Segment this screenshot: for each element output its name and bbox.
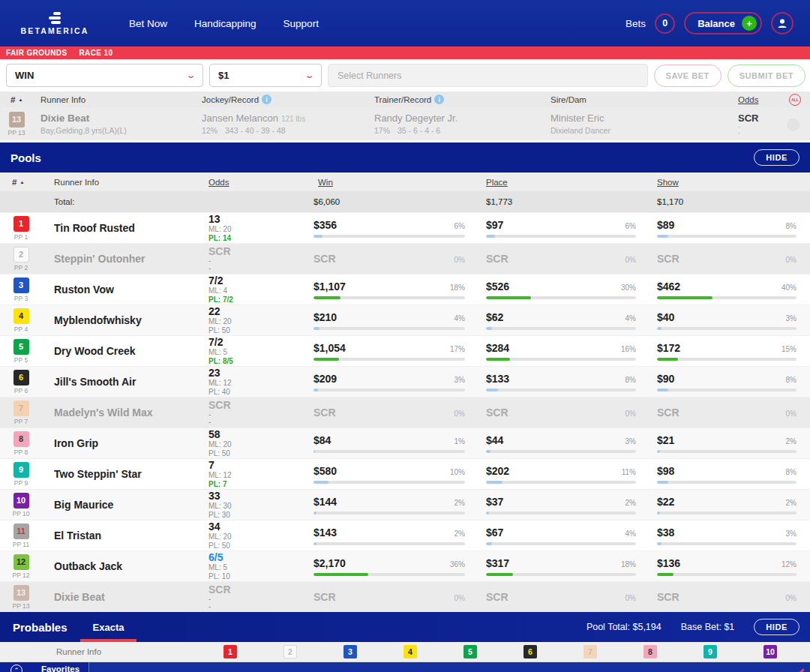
tab-probables[interactable]: Probables bbox=[0, 612, 80, 642]
nav-link-bet-now[interactable]: Bet Now bbox=[129, 18, 167, 29]
show-bar bbox=[657, 542, 796, 545]
show-pool-cell: $17215% bbox=[650, 342, 810, 361]
strip-runner-badge-9[interactable]: 9 bbox=[704, 645, 717, 658]
runner-name: Dixie Beat bbox=[54, 591, 105, 603]
pools-table-row[interactable]: 3 PP 3 Ruston Vow 7/2 ML: 4 PL: 7/2 $1,1… bbox=[0, 274, 810, 304]
strip-runner-badge-5[interactable]: 5 bbox=[464, 645, 477, 658]
place-amount: SCR bbox=[486, 406, 508, 418]
pools-table-row[interactable]: 7 PP 7 Madelyn's Wild Max SCR - - SCR0% … bbox=[0, 397, 810, 428]
place-amount: $37 bbox=[486, 496, 503, 508]
place-amount: $284 bbox=[486, 342, 509, 354]
pools-table-row[interactable]: 6 PP 6 Jill's Smooth Air 23 ML: 12 PL: 4… bbox=[0, 366, 810, 397]
win-amount: $143 bbox=[314, 526, 337, 538]
show-percent: 0% bbox=[786, 256, 796, 264]
runner-name: Myblendofwhisky bbox=[54, 314, 142, 326]
show-amount: $90 bbox=[657, 373, 674, 385]
hide-button[interactable]: HIDE bbox=[754, 619, 800, 635]
post-position-label: PP 10 bbox=[12, 510, 29, 518]
place-percent: 4% bbox=[626, 530, 636, 538]
info-icon[interactable]: i bbox=[262, 94, 272, 104]
column-number[interactable]: #▲ bbox=[0, 178, 42, 187]
place-percent: 4% bbox=[626, 314, 636, 322]
pools-table-row[interactable]: 9 PP 9 Two Steppin' Star 7 ML: 12 PL: 7 … bbox=[0, 458, 810, 489]
entries-table-header: #▲ Runner Info Jockey/Recordi Trainer/Re… bbox=[0, 92, 810, 107]
add-funds-icon[interactable]: + bbox=[742, 16, 757, 31]
win-amount: $580 bbox=[314, 465, 337, 477]
nav-link-handicapping[interactable]: Handicapping bbox=[194, 18, 256, 29]
strip-runner-badge-2[interactable]: 2 bbox=[284, 645, 297, 658]
strip-runner-badge-8[interactable]: 8 bbox=[644, 645, 657, 658]
pools-table-row[interactable]: 2 PP 2 Steppin' Outonher SCR - - SCR0% S… bbox=[0, 243, 810, 274]
pools-table-row[interactable]: 5 PP 5 Dry Wood Creek 7/2 ML: 5 PL: 8/5 … bbox=[0, 335, 810, 366]
strip-runner-badge-4[interactable]: 4 bbox=[404, 645, 417, 658]
show-pool-cell: $898% bbox=[650, 219, 810, 238]
runner-number-badge: 5 bbox=[14, 339, 29, 355]
win-amount: $356 bbox=[314, 219, 337, 231]
save-bet-button[interactable]: SAVE BET bbox=[654, 64, 722, 87]
account-button[interactable] bbox=[771, 12, 794, 34]
pools-table-row[interactable]: 10 PP 10 Big Maurice 33 ML: 30 PL: 30 $1… bbox=[0, 489, 810, 520]
show-pool-cell: $13612% bbox=[650, 557, 810, 576]
trainer-name: Randy Degeyter Jr. bbox=[374, 112, 543, 124]
odds-sort-link[interactable]: Odds bbox=[738, 95, 759, 104]
pools-table-row[interactable]: 1 PP 1 Tin Roof Rusted 13 ML: 20 PL: 14 … bbox=[0, 212, 810, 243]
column-runner-info: Runner Info bbox=[42, 178, 201, 187]
pools-table-row[interactable]: 13 PP 13 Dixie Beat SCR - - SCR0% SCR0% … bbox=[0, 581, 810, 612]
entries-table-row[interactable]: 13 PP 13 Dixie Beat Bay,Gelding,8 yrs(LA… bbox=[0, 107, 810, 140]
column-odds[interactable]: Odds bbox=[208, 178, 230, 187]
nav-link-support[interactable]: Support bbox=[284, 18, 319, 29]
favorites-bar[interactable]: ⌃ Favorites bbox=[0, 662, 810, 672]
win-percent: 36% bbox=[450, 560, 465, 568]
strip-runner-info-label: Runner Info bbox=[56, 647, 101, 656]
runner-number-badge: 13 bbox=[9, 112, 25, 128]
info-icon[interactable]: i bbox=[434, 94, 444, 104]
breadcrumb-track[interactable]: FAIR GROUNDS bbox=[6, 49, 67, 57]
select-runners-input[interactable] bbox=[328, 64, 648, 87]
pools-table-row[interactable]: 12 PP 12 Outback Jack 6/5 ML: 5 PL: 10 $… bbox=[0, 550, 810, 581]
pools-table-row[interactable]: 4 PP 4 Myblendofwhisky 22 ML: 20 PL: 50 … bbox=[0, 304, 810, 335]
strip-runner-badge-7[interactable]: 7 bbox=[584, 645, 597, 658]
expand-icon[interactable]: ⌃ bbox=[10, 664, 22, 672]
submit-bet-button[interactable]: SUBMIT BET bbox=[728, 64, 806, 87]
balance-button[interactable]: Balance + bbox=[684, 12, 762, 34]
betamerica-logo[interactable]: BETAMERICA bbox=[22, 12, 87, 35]
bet-amount-select[interactable]: $1 ⌄ bbox=[209, 64, 322, 87]
column-place[interactable]: Place bbox=[486, 178, 508, 187]
base-bet-label: Base Bet: $1 bbox=[681, 622, 735, 632]
column-sire-dam: Sire/Dam bbox=[543, 95, 730, 104]
morning-line-odds: ML: 20 bbox=[208, 533, 310, 541]
all-odds-icon[interactable]: ALL bbox=[789, 94, 801, 106]
strip-runner-badge-6[interactable]: 6 bbox=[524, 645, 537, 658]
pools-table-row[interactable]: 11 PP 11 El Tristan 34 ML: 20 PL: 50 $14… bbox=[0, 520, 810, 550]
bet-type-select[interactable]: WIN ⌄ bbox=[6, 64, 203, 87]
bets-label: Bets bbox=[626, 18, 646, 29]
hide-button[interactable]: HIDE bbox=[754, 149, 800, 166]
current-odds: 6/5 bbox=[208, 552, 310, 562]
place-pool-cell: $31718% bbox=[478, 557, 650, 576]
tab-exacta[interactable]: Exacta bbox=[80, 612, 137, 642]
win-bar bbox=[314, 388, 465, 392]
show-bar bbox=[657, 450, 796, 453]
win-amount: $1,107 bbox=[314, 280, 346, 292]
morning-line-odds: ML: 12 bbox=[208, 472, 310, 479]
win-percent: 1% bbox=[454, 437, 465, 446]
post-position-label: PP 12 bbox=[12, 572, 29, 579]
place-pool-cell: $976% bbox=[478, 219, 650, 238]
win-percent: 0% bbox=[454, 594, 465, 602]
column-number[interactable]: #▲ bbox=[0, 95, 33, 104]
post-position-label: PP 11 bbox=[13, 541, 29, 548]
strip-runner-badge-1[interactable]: 1 bbox=[224, 645, 237, 658]
column-win[interactable]: Win bbox=[318, 178, 333, 187]
column-show[interactable]: Show bbox=[657, 178, 679, 187]
morning-line-odds: ML: 5 bbox=[208, 349, 310, 356]
show-pool-cell: $222% bbox=[650, 496, 810, 514]
win-amount: $84 bbox=[314, 434, 331, 446]
strip-runner-badge-3[interactable]: 3 bbox=[344, 645, 357, 658]
strip-runner-badge-10[interactable]: 10 bbox=[764, 645, 777, 658]
bets-count-badge[interactable]: 0 bbox=[655, 14, 675, 34]
win-amount: $209 bbox=[314, 373, 337, 385]
probable-odds: PL: 10 bbox=[208, 573, 310, 580]
morning-line-odds: ML: 12 bbox=[208, 380, 310, 387]
pools-table-row[interactable]: 8 PP 8 Iron Grip 58 ML: 20 PL: 50 $841% … bbox=[0, 428, 810, 458]
show-amount: SCR bbox=[657, 253, 680, 265]
